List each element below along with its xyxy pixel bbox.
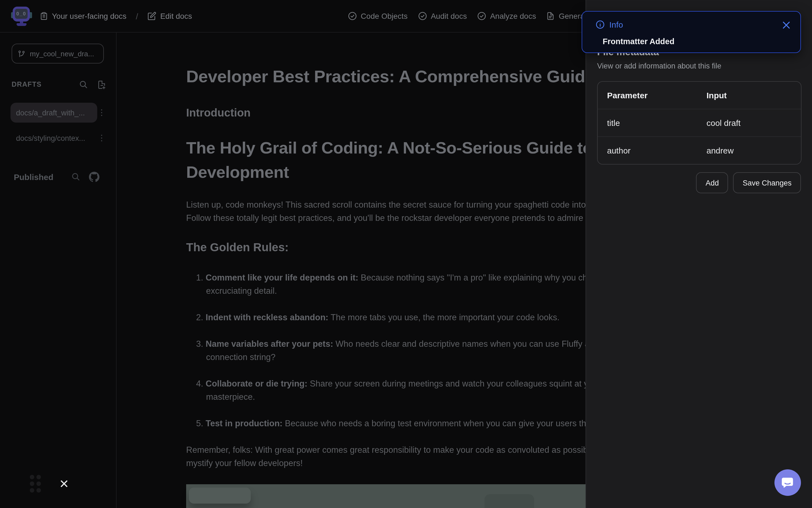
panel-subtitle: View or add information about this file xyxy=(597,62,721,70)
doc-list-item-1-line2: excruciating detail. xyxy=(186,286,277,296)
edit-icon xyxy=(148,12,156,20)
doc-heading-introduction: Introduction xyxy=(186,107,250,119)
cell-input[interactable]: cool draft xyxy=(697,118,801,128)
info-notification: Info Frontmatter Added xyxy=(582,11,801,53)
doc-paragraph-line: mystify your fellow developers! xyxy=(186,458,303,468)
check-circle-icon xyxy=(418,12,427,20)
app-window: 0_0 Your user-facing docs / Edit docs Co… xyxy=(0,0,812,508)
doc-heading-holy-grail: The Holy Grail of Coding: A Not-So-Serio… xyxy=(186,139,593,157)
doc-image-detail xyxy=(189,488,251,504)
panel-actions: Add Save Changes xyxy=(696,172,801,193)
doc-list-item-4-line2: masterpiece. xyxy=(186,392,255,402)
metadata-table: Parameter Input title cool draft author … xyxy=(597,81,802,165)
draft-item[interactable]: docs/styling/contex... xyxy=(10,128,97,148)
file-metadata-panel: File metadata View or add information ab… xyxy=(585,0,812,508)
doc-paragraph-line: Remember, folks: With great power comes … xyxy=(186,445,604,455)
cell-parameter: title xyxy=(598,118,697,128)
drafts-label: DRAFTS xyxy=(12,81,42,88)
notification-message: Frontmatter Added xyxy=(603,37,675,46)
branch-selector[interactable]: my_cool_new_dra... xyxy=(12,44,104,64)
doc-heading-holy-grail-line2: Development xyxy=(186,163,289,182)
column-header-parameter: Parameter xyxy=(598,91,697,100)
drafts-header: DRAFTS xyxy=(12,80,106,89)
new-file-icon[interactable] xyxy=(97,80,106,89)
top-nav: Code Objects Audit docs Analyze docs Gen… xyxy=(348,0,610,32)
cell-parameter: author xyxy=(598,146,697,155)
nav-code-objects[interactable]: Code Objects xyxy=(348,12,408,20)
add-button[interactable]: Add xyxy=(696,172,728,193)
notification-title: Info xyxy=(609,20,623,29)
doc-list-item-2: 2. Indent with reckless abandon: The mor… xyxy=(186,312,560,323)
nav-analyze-docs[interactable]: Analyze docs xyxy=(477,12,536,20)
clipboard-icon xyxy=(40,12,48,20)
table-row[interactable]: author andrew xyxy=(598,137,801,164)
nav-audit-docs[interactable]: Audit docs xyxy=(418,12,467,20)
draft-item-selected[interactable]: docs/a_draft_with_... xyxy=(10,103,97,123)
sidebar: my_cool_new_dra... DRAFTS docs/a_draft_w… xyxy=(0,32,117,508)
close-icon[interactable] xyxy=(60,480,68,488)
column-header-input: Input xyxy=(697,91,801,100)
breadcrumb-docs[interactable]: Your user-facing docs xyxy=(52,12,126,20)
info-icon xyxy=(596,20,605,29)
git-branch-icon xyxy=(18,49,26,58)
check-circle-icon xyxy=(348,12,357,20)
breadcrumb: Your user-facing docs / Edit docs xyxy=(40,11,192,21)
kebab-menu-icon[interactable] xyxy=(98,103,106,123)
robot-logo-icon[interactable]: 0_0 xyxy=(12,6,32,26)
doc-paragraph-line: Listen up, code monkeys! This sacred scr… xyxy=(186,200,586,210)
robot-face: 0_0 xyxy=(15,9,28,19)
doc-list-item-3-line2: connection string? xyxy=(186,352,276,362)
cell-input[interactable]: andrew xyxy=(697,146,801,155)
breadcrumb-separator: / xyxy=(136,11,138,21)
table-header-row: Parameter Input xyxy=(598,82,801,109)
search-icon[interactable] xyxy=(79,80,88,89)
published-header: Published xyxy=(14,171,99,183)
chat-launcher-button[interactable] xyxy=(774,469,801,496)
table-row[interactable]: title cool draft xyxy=(598,109,801,137)
doc-paragraph-line: Follow these totally legit best practice… xyxy=(186,213,583,223)
doc-list-item-4: 4. Collaborate or die trying: Share your… xyxy=(186,379,601,389)
save-changes-button[interactable]: Save Changes xyxy=(733,172,801,193)
doc-list-item-5: 5. Test in production: Because who needs… xyxy=(186,419,609,428)
doc-title: Developer Best Practices: A Comprehensiv… xyxy=(186,67,595,87)
close-icon[interactable] xyxy=(782,21,790,29)
check-circle-icon xyxy=(477,12,486,20)
published-label: Published xyxy=(14,172,53,181)
chat-bubble-icon xyxy=(780,475,795,490)
branch-name: my_cool_new_dra... xyxy=(30,49,94,58)
file-icon xyxy=(546,12,555,20)
drag-handle-icon[interactable] xyxy=(30,475,41,492)
doc-heading-golden-rules: The Golden Rules: xyxy=(186,241,289,254)
search-icon[interactable] xyxy=(71,172,80,181)
github-icon[interactable] xyxy=(89,171,99,182)
breadcrumb-edit-docs[interactable]: Edit docs xyxy=(160,12,192,20)
kebab-menu-icon[interactable] xyxy=(98,128,106,148)
doc-list-item-1: 1. Comment like your life depends on it:… xyxy=(186,273,601,283)
doc-list-item-3: 3. Name variables after your pets: Who n… xyxy=(186,339,613,349)
